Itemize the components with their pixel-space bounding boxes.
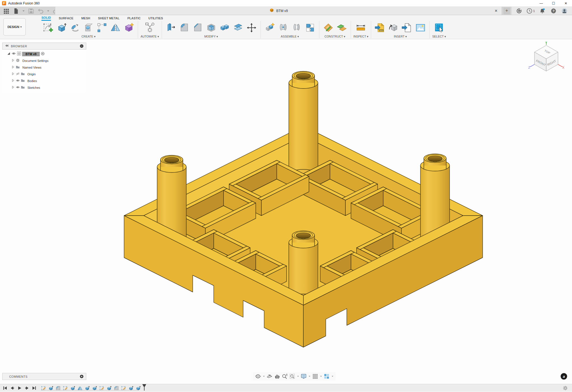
chamfer-button[interactable] — [191, 21, 204, 34]
timeline-feature-extrude-14[interactable] — [134, 386, 142, 391]
job-status-button[interactable]: 1 — [526, 8, 535, 14]
insert-mesh-button[interactable] — [401, 21, 413, 34]
chevron-down-icon[interactable] — [262, 374, 265, 379]
modeling-canvas[interactable]: BROWSER BTM v9Document SettingsNamed Vie… — [0, 39, 572, 384]
document-tab[interactable]: BTM v9 ✕ — [55, 7, 502, 15]
chevron-down-icon[interactable] — [331, 374, 334, 379]
expander-icon[interactable] — [11, 85, 15, 90]
collapse-panel-icon[interactable] — [5, 44, 9, 49]
revolve-button[interactable] — [69, 21, 82, 34]
layout-grid-button[interactable] — [312, 373, 318, 380]
save-icon[interactable] — [27, 8, 35, 14]
eye-icon[interactable] — [16, 78, 20, 84]
timeline-feature-extrude-5[interactable] — [69, 386, 76, 391]
chevron-down-icon[interactable] — [320, 374, 322, 379]
expander-icon[interactable] — [11, 65, 15, 70]
expander-icon[interactable] — [11, 78, 15, 83]
timeline-feature-fillet-11[interactable] — [113, 386, 120, 391]
extensions-icon[interactable] — [515, 8, 523, 14]
ribbon-tab-sheet-metal[interactable]: SHEET METAL — [98, 17, 120, 20]
browser-item-label[interactable]: Document Settings — [21, 59, 50, 63]
combine-button[interactable] — [218, 21, 231, 34]
ribbon-group-label[interactable]: ASSEMBLE ▾ — [281, 35, 299, 38]
ribbon-tab-surface[interactable]: SURFACE — [59, 17, 74, 20]
shell-button[interactable] — [205, 21, 218, 34]
derive-button[interactable] — [387, 21, 400, 34]
ribbon-tab-mesh[interactable]: MESH — [81, 17, 90, 20]
ribbon-tab-utilities[interactable]: UTILITIES — [148, 17, 163, 20]
undo-icon[interactable] — [36, 8, 45, 14]
timeline-feature-extrude-2[interactable] — [47, 386, 54, 391]
expander-icon[interactable] — [11, 72, 15, 77]
ribbon-group-label[interactable]: CREATE ▾ — [82, 35, 96, 38]
fit-button[interactable] — [289, 373, 296, 380]
comments-header[interactable]: COMMENTS — [2, 373, 86, 380]
ribbon-tab-solid[interactable]: SOLID — [41, 16, 51, 21]
close-button[interactable]: ✕ — [560, 0, 572, 6]
primitive-box-button[interactable] — [122, 21, 135, 34]
timeline-skip-start-button[interactable] — [2, 385, 8, 391]
browser-root-item[interactable]: BTM v9 — [7, 51, 86, 57]
chevron-down-icon[interactable] — [297, 374, 299, 379]
extrude-button[interactable] — [55, 21, 68, 34]
eye-off-icon[interactable] — [16, 72, 20, 77]
app-grid-icon[interactable] — [2, 8, 11, 14]
as-built-joint-button[interactable] — [290, 21, 303, 34]
post-hole[interactable] — [296, 233, 311, 239]
insert-svg-button[interactable]: SVG — [374, 21, 387, 34]
post-hole[interactable] — [296, 73, 311, 79]
ribbon-group-label[interactable]: MODIFY ▾ — [204, 35, 218, 38]
workspace-selector[interactable]: DESIGN ▾ — [3, 18, 26, 36]
post-body[interactable] — [289, 83, 318, 175]
minimize-button[interactable]: — — [535, 0, 547, 6]
ribbon-group-label[interactable]: SELECT ▾ — [432, 35, 446, 38]
timeline-feature-sketch-12[interactable] — [120, 386, 127, 391]
timeline-feature-fillet-3[interactable] — [54, 386, 62, 391]
joint-button[interactable] — [277, 21, 290, 34]
eye-icon[interactable] — [16, 85, 20, 90]
browser-item-label[interactable]: Sketches — [26, 85, 42, 90]
press-pull-button[interactable] — [164, 21, 177, 34]
autodesk-badge-icon[interactable]: a — [560, 373, 568, 381]
timeline-feature-extrude-10[interactable] — [105, 386, 113, 391]
browser-item-label[interactable]: Origin — [26, 72, 37, 76]
browser-item-bodies[interactable]: Bodies — [11, 78, 86, 84]
orbit-button[interactable] — [255, 373, 261, 380]
canvas-button[interactable] — [414, 21, 427, 34]
zoom-button[interactable] — [281, 373, 288, 380]
look-at-button[interactable] — [266, 373, 273, 380]
browser-item-document-settings[interactable]: Document Settings — [11, 57, 86, 64]
viewports-button[interactable] — [323, 373, 330, 380]
browser-header[interactable]: BROWSER — [2, 43, 86, 50]
timeline-settings-gear-icon[interactable] — [562, 385, 572, 391]
timeline-position-marker[interactable] — [142, 384, 147, 392]
fillet-button[interactable] — [178, 21, 191, 34]
timeline-step-back-button[interactable] — [9, 385, 16, 391]
timeline-feature-sketch-1[interactable] — [40, 386, 47, 391]
timeline-feature-extrude-7[interactable] — [83, 386, 91, 391]
create-sketch-button[interactable] — [42, 21, 55, 34]
maximize-button[interactable]: ☐ — [547, 0, 560, 6]
file-icon[interactable] — [12, 8, 20, 14]
browser-item-label[interactable]: Bodies — [26, 79, 39, 83]
browser-root-label[interactable]: BTM v9 — [22, 52, 40, 56]
chevron-down-icon[interactable] — [308, 374, 311, 379]
timeline-feature-sketch-4[interactable] — [62, 386, 69, 391]
construct-plane-button[interactable] — [322, 21, 335, 34]
hole-button[interactable] — [82, 21, 95, 34]
pattern-button[interactable] — [96, 21, 108, 34]
select-button[interactable] — [433, 21, 446, 34]
offset-plane-button[interactable] — [335, 21, 348, 34]
tab-close-icon[interactable]: ✕ — [493, 9, 499, 13]
timeline-feature-extrude-8[interactable] — [91, 386, 98, 391]
ribbon-group-label[interactable]: INSPECT ▾ — [354, 35, 369, 38]
timeline-feature-sketch-9[interactable] — [98, 386, 105, 391]
offset-face-button[interactable] — [232, 21, 245, 34]
post-hole[interactable] — [164, 157, 179, 163]
timeline-feature-mirror-6[interactable] — [76, 386, 83, 391]
post-hole[interactable] — [428, 156, 442, 162]
avatar-icon[interactable] — [561, 8, 568, 14]
timeline-feature-extrude-13[interactable] — [127, 386, 134, 391]
display-settings-button[interactable] — [300, 373, 307, 380]
ribbon-group-label[interactable]: CONSTRUCT ▾ — [325, 35, 345, 38]
